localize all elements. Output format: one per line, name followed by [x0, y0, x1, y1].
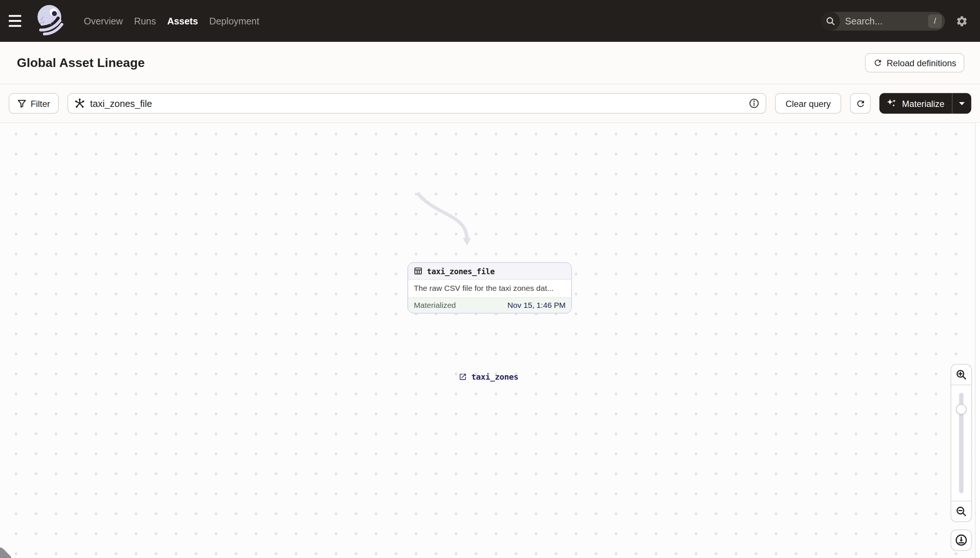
table-icon: [414, 267, 423, 276]
search-shortcut-badge: /: [928, 14, 942, 28]
nav-item-deployment[interactable]: Deployment: [209, 16, 259, 26]
page-title: Global Asset Lineage: [17, 56, 145, 70]
nav-item-overview[interactable]: Overview: [84, 16, 123, 26]
zoom-slider: [951, 385, 971, 501]
funnel-icon: [17, 99, 26, 108]
zoom-in-button[interactable]: [951, 365, 971, 386]
zoom-slider-thumb[interactable]: [956, 404, 967, 415]
materialize-button[interactable]: Materialize: [880, 93, 952, 113]
download-image-button[interactable]: [951, 530, 972, 551]
primary-nav: Overview Runs Assets Deployment: [84, 16, 259, 26]
global-search[interactable]: /: [821, 11, 945, 30]
lineage-canvas[interactable]: taxi_zones_file The raw CSV file for the…: [0, 123, 980, 558]
asset-node-taxi-zones-file[interactable]: taxi_zones_file The raw CSV file for the…: [407, 263, 572, 313]
lineage-toolbar: Filter Clear query: [0, 84, 980, 123]
downstream-asset-label: taxi_zones: [471, 372, 518, 381]
materialize-split-button: Materialize: [880, 93, 972, 113]
refresh-icon: [873, 58, 882, 67]
clear-query-button[interactable]: Clear query: [775, 93, 842, 113]
scrollbar-gutter[interactable]: [975, 123, 980, 558]
cropped-corner-element: [0, 546, 13, 558]
asset-node-header: taxi_zones_file: [408, 263, 571, 280]
reload-definitions-button[interactable]: Reload definitions: [865, 53, 964, 72]
zoom-control-panel: [951, 364, 972, 522]
refresh-lineage-button[interactable]: [850, 93, 871, 113]
download-icon: [955, 534, 968, 547]
refresh-icon: [856, 98, 866, 108]
nav-item-assets[interactable]: Assets: [167, 16, 198, 26]
dagster-logo-icon[interactable]: [36, 3, 68, 38]
zoom-out-button[interactable]: [951, 501, 971, 521]
asset-node-footer: Materialized Nov 15, 1:46 PM: [408, 297, 571, 313]
asset-node-description: The raw CSV file for the taxi zones dat.…: [408, 280, 571, 297]
top-navbar: Overview Runs Assets Deployment /: [0, 0, 980, 42]
asset-node-title: taxi_zones_file: [427, 266, 495, 276]
clear-query-label: Clear query: [786, 98, 831, 108]
materialization-timestamp[interactable]: Nov 15, 1:46 PM: [507, 301, 565, 310]
menu-icon[interactable]: [9, 10, 30, 31]
downstream-asset-link[interactable]: taxi_zones: [459, 372, 519, 381]
asset-query-input[interactable]: [90, 98, 744, 109]
chevron-down-icon: [959, 102, 965, 105]
asset-query-field[interactable]: [68, 93, 766, 113]
info-icon[interactable]: [748, 98, 759, 109]
materialization-status: Materialized: [414, 301, 456, 310]
nav-item-runs[interactable]: Runs: [134, 16, 156, 26]
search-input[interactable]: [840, 16, 928, 26]
filter-label: Filter: [31, 98, 50, 108]
reload-definitions-label: Reload definitions: [887, 58, 956, 68]
sparkle-icon: [886, 98, 897, 109]
graph-query-icon: [74, 98, 85, 109]
app-window: Overview Runs Assets Deployment / Global…: [0, 0, 980, 558]
materialize-label: Materialize: [902, 98, 944, 108]
zoom-in-icon: [955, 369, 967, 380]
search-icon: [821, 11, 840, 30]
materialize-dropdown-button[interactable]: [953, 93, 972, 113]
zoom-out-icon: [955, 506, 967, 517]
page-header: Global Asset Lineage Reload definitions: [0, 42, 980, 84]
open-in-new-icon: [459, 373, 467, 381]
gear-icon[interactable]: [951, 10, 972, 31]
filter-button[interactable]: Filter: [9, 93, 59, 113]
